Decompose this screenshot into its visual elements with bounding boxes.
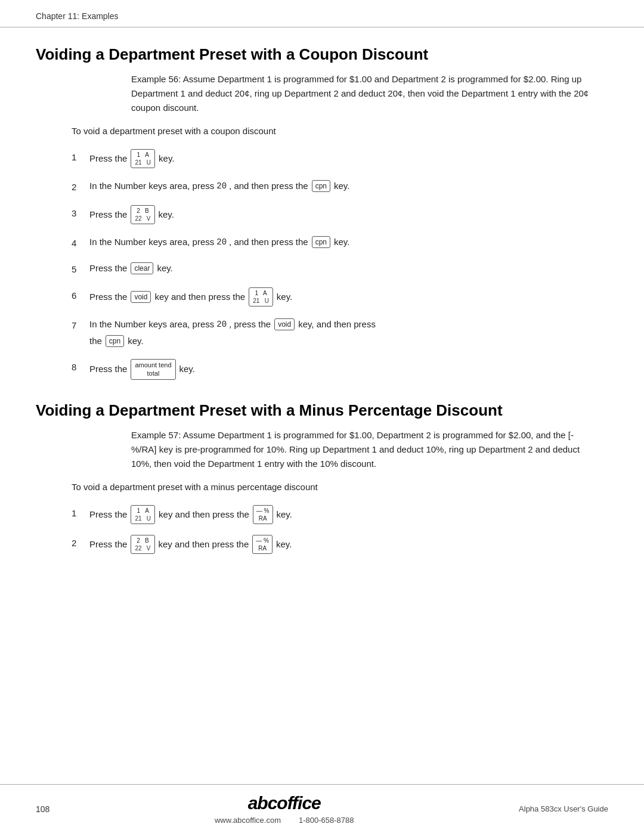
- step-6-text-before: Press the: [89, 290, 127, 304]
- pct2-line2: RA: [258, 544, 267, 552]
- s2-step-2-text-after: key.: [276, 537, 292, 552]
- s2-step-2: 2 Press the 2 B 22 V: [72, 535, 596, 554]
- section2-example: Example 57: Assume Department 1 is progr…: [131, 428, 596, 471]
- footer-product: Alpha 583cx User's Guide: [519, 804, 608, 813]
- footer-phone: 1-800-658-8788: [299, 816, 354, 825]
- step-4-mono: 20: [216, 236, 227, 249]
- section1-example: Example 56: Assume Department 1 is progr…: [131, 72, 596, 115]
- dept1b-top-left: 1: [255, 289, 258, 297]
- step-7-content: In the Number keys area, press 20 , pres…: [89, 317, 596, 348]
- dept1-top-right: A: [145, 151, 149, 159]
- section1-steps: 1 Press the 1 A 21 U: [72, 149, 596, 380]
- s2-step-1-text-mid: key and then press the: [159, 507, 249, 522]
- dept1b-top-right: A: [263, 289, 267, 297]
- step-7-line2-before: the: [89, 334, 102, 348]
- clear-key-5: clear: [131, 262, 153, 274]
- step-8: 8 Press the amount tend total key.: [72, 359, 596, 380]
- s2-step-1-num: 1: [72, 506, 89, 521]
- step-6-text-after: key.: [277, 290, 292, 304]
- s2-step-1: 1 Press the 1 A 21 U: [72, 505, 596, 524]
- cpn-key-2: cpn: [312, 180, 330, 192]
- step-4: 4 In the Number keys area, press 20 , an…: [72, 235, 596, 250]
- step-2-text-mid: , and then press the: [229, 179, 308, 193]
- step-5-num: 5: [72, 262, 89, 277]
- dept1-bot-left: 21: [135, 159, 141, 166]
- s2-dept2-top-left: 2: [137, 537, 140, 544]
- page-header: Chapter 11: Examples: [0, 0, 644, 27]
- cpn-key-7: cpn: [106, 335, 124, 347]
- dept1b-bot-right: U: [265, 298, 269, 304]
- step-5: 5 Press the clear key.: [72, 261, 596, 277]
- pct-line2: RA: [259, 515, 267, 522]
- s2-dept1-top-left: 1: [137, 507, 141, 515]
- step-8-content: Press the amount tend total key.: [89, 359, 596, 380]
- section1: Voiding a Department Preset with a Coupo…: [36, 45, 596, 380]
- s2-step-1-text-before: Press the: [89, 507, 127, 522]
- step-3-content: Press the 2 B 22 V k: [89, 205, 596, 224]
- s2-dept1-top-right: A: [145, 507, 149, 515]
- step-1-num: 1: [72, 150, 89, 165]
- page-number: 108: [36, 804, 49, 814]
- footer-website: www.abcoffice.com: [215, 816, 281, 825]
- dept1-key-6: 1 A 21 U: [249, 287, 273, 306]
- step-7-mono: 20: [216, 318, 227, 331]
- dept2-top-left: 2: [137, 207, 140, 215]
- step-8-num: 8: [72, 360, 89, 374]
- step-6-num: 6: [72, 289, 89, 303]
- step-2: 2 In the Number keys area, press 20 , an…: [72, 179, 596, 194]
- s2-step-1-text-after: key.: [277, 507, 292, 522]
- step-4-content: In the Number keys area, press 20 , and …: [89, 235, 596, 249]
- step-7-num: 7: [72, 318, 89, 333]
- section2-steps: 1 Press the 1 A 21 U: [72, 505, 596, 554]
- step-1-text-before: Press the: [89, 151, 127, 166]
- page: Chapter 11: Examples Voiding a Departmen…: [0, 0, 644, 833]
- att-key-8: amount tend total: [131, 359, 175, 380]
- s2-dept1-key-1: 1 A 21 U: [131, 505, 155, 524]
- pct-key-s2-2: — % RA: [252, 535, 273, 554]
- step-1-content: Press the 1 A 21 U k: [89, 149, 596, 168]
- section1-intro: To void a department preset with a coupo…: [72, 126, 596, 136]
- dept1-top-left: 1: [137, 151, 141, 159]
- step-7-text-mid: , press the: [229, 317, 271, 332]
- chapter-label: Chapter 11: Examples: [36, 11, 119, 21]
- s2-dept2-key-2: 2 B 22 V: [131, 535, 154, 554]
- step-2-num: 2: [72, 180, 89, 194]
- step-2-mono: 20: [216, 179, 227, 193]
- s2-step-2-num: 2: [72, 536, 89, 550]
- step-3-text-after: key.: [159, 208, 174, 222]
- step-3-text-before: Press the: [89, 208, 127, 222]
- brand-text: abcoffice: [248, 793, 321, 813]
- step-7-text-mid2: key, and then press: [298, 317, 376, 332]
- step-8-text-after: key.: [179, 362, 195, 376]
- dept1-key: 1 A 21 U: [131, 149, 155, 168]
- s2-step-2-text-before: Press the: [89, 537, 127, 552]
- s2-dept1-bot-right: U: [147, 515, 151, 522]
- step-5-content: Press the clear key.: [89, 261, 596, 275]
- page-footer: 108 abcoffice www.abcoffice.com 1-800-65…: [0, 784, 644, 833]
- step-1: 1 Press the 1 A 21 U: [72, 149, 596, 168]
- void-key-6: void: [131, 291, 151, 303]
- s2-dept1-bot-left: 21: [135, 515, 141, 522]
- dept2-top-right: B: [145, 207, 149, 215]
- att-line1: amount tend: [135, 361, 171, 369]
- s2-dept2-bot-left: 22: [135, 545, 141, 552]
- step-5-text-before: Press the: [89, 261, 127, 275]
- s2-dept2-top-right: B: [145, 537, 149, 544]
- step-4-num: 4: [72, 236, 89, 250]
- dept2-key-3: 2 B 22 V: [131, 205, 154, 224]
- step-5-text-after: key.: [157, 261, 172, 275]
- step-4-text-before: In the Number keys area, press: [89, 235, 214, 249]
- pct2-line1: — %: [256, 537, 269, 544]
- step-2-text-after: key.: [334, 179, 349, 193]
- section2: Voiding a Department Preset with a Minus…: [36, 401, 596, 554]
- s2-step-1-content: Press the 1 A 21 U k: [89, 505, 596, 524]
- s2-step-2-content: Press the 2 B 22 V k: [89, 535, 596, 554]
- section1-title: Voiding a Department Preset with a Coupo…: [36, 45, 596, 64]
- brand-logo: abcoffice: [248, 793, 321, 813]
- pct-key-s2-1: — % RA: [253, 505, 273, 524]
- step-8-text-before: Press the: [89, 362, 127, 376]
- step-2-content: In the Number keys area, press 20 , and …: [89, 179, 596, 193]
- step-3-num: 3: [72, 206, 89, 221]
- dept2-bot-right: V: [147, 215, 151, 222]
- step-4-text-mid: , and then press the: [229, 235, 308, 249]
